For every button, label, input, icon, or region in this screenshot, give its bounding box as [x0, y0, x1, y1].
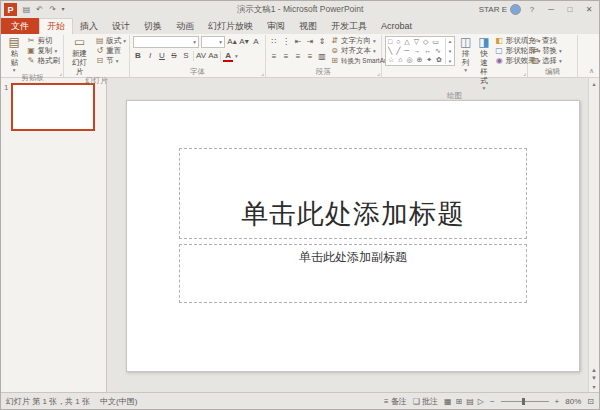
find-button[interactable]: ∞ 查找	[531, 36, 562, 45]
zoom-level[interactable]: 80%	[565, 397, 581, 406]
bold-button[interactable]: B	[133, 50, 143, 62]
reset-button[interactable]: ↺ 重置	[95, 46, 126, 55]
font-size-combo[interactable]: ▾	[201, 36, 225, 48]
slide-sorter-view-icon[interactable]: ⊞	[456, 397, 463, 406]
undo-icon[interactable]: ↶	[33, 2, 46, 17]
slide-number: 1	[4, 83, 8, 93]
underline-button[interactable]: U	[157, 50, 167, 62]
paste-button[interactable]: ▤ 粘贴 ▾	[5, 36, 24, 73]
reading-view-icon[interactable]: ▤	[466, 397, 474, 406]
avatar[interactable]	[510, 4, 521, 15]
tab-slideshow[interactable]: 幻灯片放映	[201, 18, 260, 34]
collapse-ribbon-icon[interactable]: ∧	[589, 67, 594, 75]
font-name-combo[interactable]: ▾	[133, 36, 199, 48]
select-button[interactable]: ▧ 选择 ▾	[531, 56, 562, 65]
zoom-out-button[interactable]: −	[490, 397, 495, 406]
format-painter-button[interactable]: ✎ 格式刷	[27, 56, 61, 65]
powerpoint-app-icon[interactable]: P	[4, 3, 17, 16]
text-direction-label: 文字方向	[341, 36, 371, 45]
zoom-slider-thumb[interactable]	[522, 398, 525, 405]
scroll-up-icon[interactable]: ▴	[592, 80, 595, 87]
slide-thumbnail[interactable]	[11, 83, 95, 131]
scroll-down-icon[interactable]: ▾	[592, 383, 595, 390]
slideshow-view-icon[interactable]: ▷	[478, 397, 484, 406]
line-spacing-button[interactable]: ⇕	[317, 36, 327, 48]
grow-font-button[interactable]: A▴	[227, 36, 237, 48]
tab-review[interactable]: 审阅	[260, 18, 292, 34]
copy-label: 复制	[38, 46, 53, 55]
tab-transitions[interactable]: 切换	[137, 18, 169, 34]
section-dropdown-icon: ▾	[116, 58, 119, 64]
font-color-button[interactable]: A	[223, 51, 233, 62]
tab-home[interactable]: 开始	[39, 18, 73, 34]
zoom-in-button[interactable]: +	[555, 397, 560, 406]
normal-view-icon[interactable]: ▦	[444, 397, 452, 406]
close-button[interactable]: ✕	[581, 2, 597, 17]
arrange-button[interactable]: ◫ 排列 ▾	[458, 36, 473, 73]
quick-access-customize-icon[interactable]: ▾	[59, 2, 67, 17]
justify-button[interactable]: ≡	[305, 51, 315, 63]
bullets-button[interactable]: ∷	[269, 36, 279, 48]
redo-icon[interactable]: ↷	[46, 2, 59, 17]
previous-slide-icon[interactable]: ▲	[591, 367, 597, 373]
user-name[interactable]: STAR E	[479, 5, 507, 14]
new-slide-button[interactable]: ▭ 新建 幻灯片	[67, 36, 92, 76]
increase-indent-button[interactable]: ⇥	[305, 36, 315, 48]
align-right-button[interactable]: ≡	[293, 51, 303, 63]
copy-icon: ▣	[27, 46, 36, 55]
tab-design[interactable]: 设计	[105, 18, 137, 34]
font-dialog-launcher-icon[interactable]: ⌟	[261, 70, 264, 76]
replace-button[interactable]: ⇄ 替换 ▾	[531, 46, 562, 55]
vertical-scrollbar[interactable]: ▴ ▲ ▼ ▾	[588, 78, 599, 392]
shape-icons-row[interactable]: ☆ ⌂ ◎ ⊕ ✦ ✿	[388, 56, 443, 64]
help-button[interactable]: ?	[524, 2, 540, 17]
gallery-scroll-down-icon[interactable]: ▾	[449, 48, 452, 54]
paragraph-dialog-launcher-icon[interactable]: ⌟	[377, 70, 380, 76]
fit-to-window-icon[interactable]: ⊡	[587, 397, 594, 406]
tab-file[interactable]: 文件	[1, 18, 39, 34]
zoom-slider[interactable]	[501, 401, 549, 402]
next-slide-icon[interactable]: ▼	[591, 375, 597, 381]
clear-formatting-button[interactable]: A	[251, 36, 261, 48]
gallery-more-icon[interactable]: ▾	[449, 58, 452, 64]
language-indicator[interactable]: 中文(中国)	[100, 396, 137, 407]
align-center-button[interactable]: ≡	[281, 51, 291, 63]
cut-button[interactable]: ✂ 剪切	[27, 36, 61, 45]
subtitle-placeholder[interactable]: 单击此处添加副标题	[179, 244, 527, 303]
tab-insert[interactable]: 插入	[73, 18, 105, 34]
change-case-button[interactable]: Aa	[208, 50, 218, 62]
numbering-button[interactable]: ⋮	[281, 36, 291, 48]
shapes-gallery[interactable]: □ ○ △ ▽ ◇ ▭ ╲ ╱ ─ → ↔ ∿ ☆ ⌂ ◎ ⊕ ✦ ✿ ▴ ▾ …	[385, 36, 455, 66]
tab-view[interactable]: 视图	[292, 18, 324, 34]
find-label: 查找	[542, 36, 557, 45]
strikethrough-button[interactable]: S	[169, 50, 179, 62]
text-shadow-button[interactable]: S	[181, 50, 191, 62]
italic-button[interactable]: I	[145, 50, 155, 62]
text-direction-dropdown-icon: ▾	[373, 38, 376, 44]
maximize-button[interactable]: □	[562, 2, 578, 17]
comments-button[interactable]: ❏ 批注	[413, 396, 438, 407]
align-left-button[interactable]: ≡	[269, 51, 279, 63]
character-spacing-button[interactable]: AV	[196, 50, 206, 62]
drawing-dialog-launcher-icon[interactable]: ⌟	[523, 70, 526, 76]
layout-button[interactable]: ▤ 版式 ▾	[95, 36, 126, 45]
columns-button[interactable]: ▥	[317, 51, 327, 63]
section-button[interactable]: ⊟ 节 ▾	[95, 56, 126, 65]
decrease-indent-button[interactable]: ⇤	[293, 36, 303, 48]
title-placeholder[interactable]: 单击此处添加标题	[179, 148, 527, 238]
shape-icons-row[interactable]: ╲ ╱ ─ → ↔ ∿	[388, 47, 443, 55]
copy-button[interactable]: ▣ 复制 ▾	[27, 46, 61, 55]
tab-acrobat[interactable]: Acrobat	[374, 18, 419, 34]
tab-animations[interactable]: 动画	[169, 18, 201, 34]
shrink-font-button[interactable]: A▾	[239, 36, 249, 48]
clipboard-dialog-launcher-icon[interactable]: ⌟	[59, 70, 62, 76]
shape-icons-row[interactable]: □ ○ △ ▽ ◇ ▭	[388, 38, 443, 46]
notes-button[interactable]: ≡ 备注	[384, 396, 407, 407]
minimize-button[interactable]: ─	[543, 2, 559, 17]
titlebar: P ▤ ↶ ↷ ▾ 演示文稿1 - Microsoft PowerPoint S…	[1, 1, 599, 18]
slide[interactable]: 单击此处添加标题 单击此处添加副标题	[126, 100, 580, 372]
save-icon[interactable]: ▤	[20, 2, 33, 17]
tab-developer[interactable]: 开发工具	[324, 18, 374, 34]
editing-group: ∞ 查找 ⇄ 替换 ▾ ▧ 选择 ▾ 编辑	[528, 35, 578, 77]
gallery-scroll-up-icon[interactable]: ▴	[449, 38, 452, 44]
